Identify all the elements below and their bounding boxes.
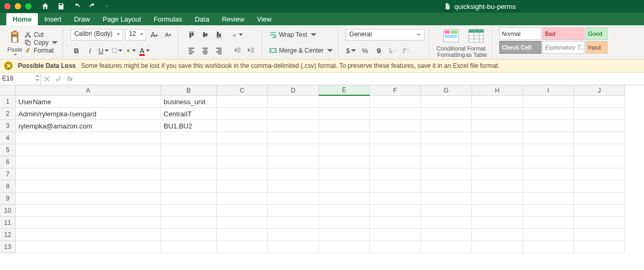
cell-I3[interactable] [523,120,574,132]
name-box[interactable]: E18 [0,73,41,85]
row-header-6[interactable]: 6 [0,156,16,168]
undo-icon[interactable] [73,2,81,11]
chevron-down-icon[interactable] [35,78,39,82]
increase-indent-button[interactable] [246,45,257,56]
cell-A6[interactable] [16,156,161,168]
cell-G10[interactable] [421,205,472,217]
row-header-7[interactable]: 7 [0,168,16,181]
row-header-8[interactable]: 8 [0,181,16,193]
cell-E6[interactable] [319,156,370,168]
copy-button[interactable]: Copy [24,39,58,46]
align-bottom-button[interactable] [213,29,225,41]
cell-D1[interactable] [268,96,319,108]
col-header-J[interactable]: J [574,85,625,96]
cell-B11[interactable] [161,217,217,229]
cell-J7[interactable] [574,168,625,181]
cell-B5[interactable] [161,144,217,156]
cell-D12[interactable] [268,229,319,241]
cell-B3[interactable]: BU1,BU2 [161,120,217,132]
format-painter-button[interactable]: Format [24,47,58,54]
cell-A12[interactable] [16,229,161,241]
cell-C5[interactable] [217,144,268,156]
cell-B10[interactable] [161,205,217,217]
cell-J5[interactable] [574,144,625,156]
decrease-indent-button[interactable] [232,45,244,56]
cell-D11[interactable] [268,217,319,229]
style-check-cell[interactable]: Check Cell [499,41,541,54]
select-all-corner[interactable] [0,85,16,96]
minimize-window-button[interactable] [15,3,21,9]
cancel-formula-button[interactable] [41,73,53,85]
comma-button[interactable]: 𝟫 [373,45,385,56]
cell-A7[interactable] [16,168,161,181]
cell-D9[interactable] [268,193,319,205]
cell-E9[interactable] [319,193,370,205]
row-header-11[interactable]: 11 [0,217,16,229]
cell-H13[interactable] [472,241,523,253]
style-explanatory[interactable]: Explanatory T... [542,41,585,54]
cell-B9[interactable] [161,193,217,205]
font-color-button[interactable]: A [139,45,150,56]
tab-formulas[interactable]: Formulas [147,13,188,25]
font-size-select[interactable]: 12 [125,29,146,41]
cell-J13[interactable] [574,241,625,253]
cell-H7[interactable] [472,168,523,181]
cell-C12[interactable] [217,229,268,241]
align-middle-button[interactable] [199,29,211,41]
cell-A9[interactable] [16,193,161,205]
cell-H5[interactable] [472,144,523,156]
cell-H8[interactable] [472,181,523,193]
cell-H4[interactable] [472,132,523,144]
col-header-B[interactable]: B [161,85,217,96]
cell-B8[interactable] [161,181,217,193]
row-header-10[interactable]: 10 [0,205,16,217]
cell-J12[interactable] [574,229,625,241]
row-header-1[interactable]: 1 [0,96,16,108]
tab-home[interactable]: Home [6,13,38,25]
cell-D3[interactable] [268,120,319,132]
cell-C4[interactable] [217,132,268,144]
cell-D13[interactable] [268,241,319,253]
cell-F4[interactable] [370,132,421,144]
font-name-select[interactable]: Calibri (Body) [71,29,123,41]
cell-H1[interactable] [472,96,523,108]
cell-A13[interactable] [16,241,161,253]
cell-B1[interactable]: business_unit [161,96,217,108]
cell-J8[interactable] [574,181,625,193]
save-icon[interactable] [57,2,65,11]
cell-I12[interactable] [523,229,574,241]
cell-H12[interactable] [472,229,523,241]
cell-J9[interactable] [574,193,625,205]
cell-E8[interactable] [319,181,370,193]
cell-E10[interactable] [319,205,370,217]
cell-C11[interactable] [217,217,268,229]
style-normal[interactable]: Normal [499,27,541,40]
cell-F7[interactable] [370,168,421,181]
cell-A8[interactable] [16,181,161,193]
formula-input[interactable] [76,73,644,85]
row-header-5[interactable]: 5 [0,144,16,156]
row-header-4[interactable]: 4 [0,132,16,144]
cell-J11[interactable] [574,217,625,229]
cell-C6[interactable] [217,156,268,168]
cell-B2[interactable]: CentralIT [161,108,217,120]
cell-J4[interactable] [574,132,625,144]
conditional-formatting-button[interactable]: Conditional Formatting [437,27,466,58]
cell-E1[interactable] [319,96,370,108]
row-header-13[interactable]: 13 [0,241,16,253]
cell-B4[interactable] [161,132,217,144]
cell-I9[interactable] [523,193,574,205]
cell-C10[interactable] [217,205,268,217]
cell-I4[interactable] [523,132,574,144]
cell-G9[interactable] [421,193,472,205]
cell-E13[interactable] [319,241,370,253]
spreadsheet-grid[interactable]: A B C D E F G H I J 1UserNamebusiness_un… [0,85,644,253]
col-header-C[interactable]: C [217,85,268,96]
col-header-D[interactable]: D [268,85,319,96]
cell-F8[interactable] [370,181,421,193]
cell-J6[interactable] [574,156,625,168]
cell-C9[interactable] [217,193,268,205]
cell-G4[interactable] [421,132,472,144]
cell-D10[interactable] [268,205,319,217]
italic-button[interactable]: I [84,45,96,56]
